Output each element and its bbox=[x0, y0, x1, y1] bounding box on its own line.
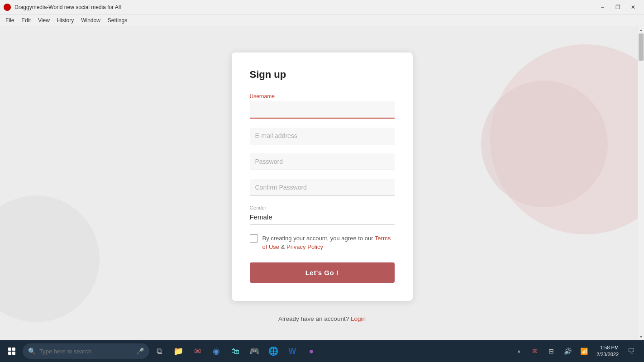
draggymedia-icon: ● bbox=[309, 347, 314, 356]
file-explorer-icon: 📁 bbox=[173, 346, 183, 356]
start-button[interactable] bbox=[2, 341, 22, 361]
title-bar: Draggymedia-World new social media for A… bbox=[0, 0, 644, 14]
tray-network-icon[interactable]: ⊟ bbox=[544, 344, 558, 358]
username-input[interactable] bbox=[250, 101, 395, 119]
scroll-down-arrow[interactable]: ▼ bbox=[638, 333, 644, 340]
main-content: ▲ ▼ Sign up Username Gender Female bbox=[0, 26, 644, 340]
scrollbar-thumb[interactable] bbox=[639, 33, 644, 61]
bg-shape-right-inner bbox=[481, 81, 608, 207]
close-button[interactable]: ✕ bbox=[626, 2, 640, 13]
gender-value[interactable]: Female bbox=[250, 212, 395, 225]
signup-title: Sign up bbox=[250, 69, 395, 81]
scrollbar-track bbox=[638, 33, 644, 333]
menu-history[interactable]: History bbox=[53, 16, 77, 24]
minimize-button[interactable]: − bbox=[595, 2, 610, 13]
username-label: Username bbox=[250, 93, 395, 100]
chrome-icon: 🌐 bbox=[268, 346, 278, 356]
app-icon bbox=[4, 4, 11, 11]
password-group bbox=[250, 153, 395, 170]
login-prompt-text: Already have an account? bbox=[278, 315, 351, 322]
draggymedia-button[interactable]: ● bbox=[302, 341, 320, 361]
mail-icon: ✉ bbox=[194, 346, 201, 356]
email-group bbox=[250, 128, 395, 144]
password-input[interactable] bbox=[250, 153, 395, 170]
scroll-up-arrow[interactable]: ▲ bbox=[638, 26, 644, 33]
confirm-password-input[interactable] bbox=[250, 179, 395, 196]
privacy-policy-link[interactable]: Privacy Policy bbox=[286, 243, 323, 250]
menu-window[interactable]: Window bbox=[77, 16, 104, 24]
restore-button[interactable]: ❐ bbox=[611, 2, 625, 13]
taskbar: 🔍 🎤 ⧉ 📁 ✉ ◉ 🛍 🎮 🌐 W ● ∧ ✉ ⊟ 🔊 📶 1:58 PM bbox=[0, 340, 644, 362]
chrome-icon-btn1[interactable]: ◉ bbox=[207, 341, 225, 361]
search-icon: 🔍 bbox=[28, 348, 36, 355]
tray-volume-icon[interactable]: 🔊 bbox=[560, 344, 575, 358]
store-icon: 🛍 bbox=[231, 347, 239, 356]
word-button[interactable]: W bbox=[283, 341, 301, 361]
signup-card: Sign up Username Gender Female By creati… bbox=[232, 52, 413, 301]
scrollbar[interactable]: ▲ ▼ bbox=[638, 26, 644, 340]
terms-text: By creating your account, you agree to o… bbox=[262, 234, 395, 252]
username-group: Username bbox=[250, 93, 395, 119]
email-input[interactable] bbox=[250, 128, 395, 144]
tray-chevron[interactable]: ∧ bbox=[511, 344, 526, 358]
store-button[interactable]: 🛍 bbox=[226, 341, 244, 361]
task-view-button[interactable]: ⧉ bbox=[150, 341, 168, 361]
confirm-password-group bbox=[250, 179, 395, 196]
chrome-icon1: ◉ bbox=[213, 346, 220, 356]
clock-date: 2/23/2022 bbox=[596, 351, 619, 358]
bg-shape-left bbox=[0, 195, 100, 322]
windows-icon bbox=[8, 348, 15, 355]
clock-time: 1:58 PM bbox=[596, 344, 619, 351]
task-view-icon: ⧉ bbox=[157, 347, 162, 356]
menu-edit[interactable]: Edit bbox=[18, 16, 34, 24]
gamepass-icon: 🎮 bbox=[249, 346, 259, 356]
notification-icon[interactable]: 🗨 bbox=[624, 344, 639, 358]
login-link[interactable]: Login bbox=[351, 315, 366, 322]
taskbar-search-input[interactable] bbox=[39, 348, 133, 355]
gender-group: Gender Female bbox=[250, 205, 395, 225]
word-icon: W bbox=[289, 347, 296, 356]
title-bar-text: Draggymedia-World new social media for A… bbox=[14, 4, 595, 10]
tray-wifi-icon[interactable]: 📶 bbox=[577, 344, 591, 358]
window-controls: − ❐ ✕ bbox=[595, 2, 640, 13]
file-explorer-button[interactable]: 📁 bbox=[169, 341, 187, 361]
menu-view[interactable]: View bbox=[34, 16, 53, 24]
chrome-button[interactable]: 🌐 bbox=[264, 341, 282, 361]
terms-ampersand: & bbox=[279, 243, 286, 250]
gamepass-button[interactable]: 🎮 bbox=[245, 341, 263, 361]
menu-settings[interactable]: Settings bbox=[104, 16, 131, 24]
menu-file[interactable]: File bbox=[2, 16, 18, 24]
menu-bar: File Edit View History Window Settings bbox=[0, 14, 644, 26]
system-clock[interactable]: 1:58 PM 2/23/2022 bbox=[593, 344, 622, 358]
terms-prefix: By creating your account, you agree to o… bbox=[262, 235, 375, 242]
submit-button[interactable]: Let's Go ! bbox=[250, 262, 395, 283]
terms-row: By creating your account, you agree to o… bbox=[250, 234, 395, 252]
login-link-row: Already have an account? Login bbox=[0, 315, 644, 322]
gender-label: Gender bbox=[250, 205, 395, 210]
taskbar-search-bar[interactable]: 🔍 🎤 bbox=[23, 343, 149, 359]
terms-checkbox[interactable] bbox=[250, 234, 258, 243]
mail-button[interactable]: ✉ bbox=[188, 341, 206, 361]
system-tray: ∧ ✉ ⊟ 🔊 📶 1:58 PM 2/23/2022 🗨 bbox=[511, 344, 642, 358]
microphone-icon[interactable]: 🎤 bbox=[136, 348, 144, 355]
tray-mail-icon[interactable]: ✉ bbox=[528, 344, 542, 358]
